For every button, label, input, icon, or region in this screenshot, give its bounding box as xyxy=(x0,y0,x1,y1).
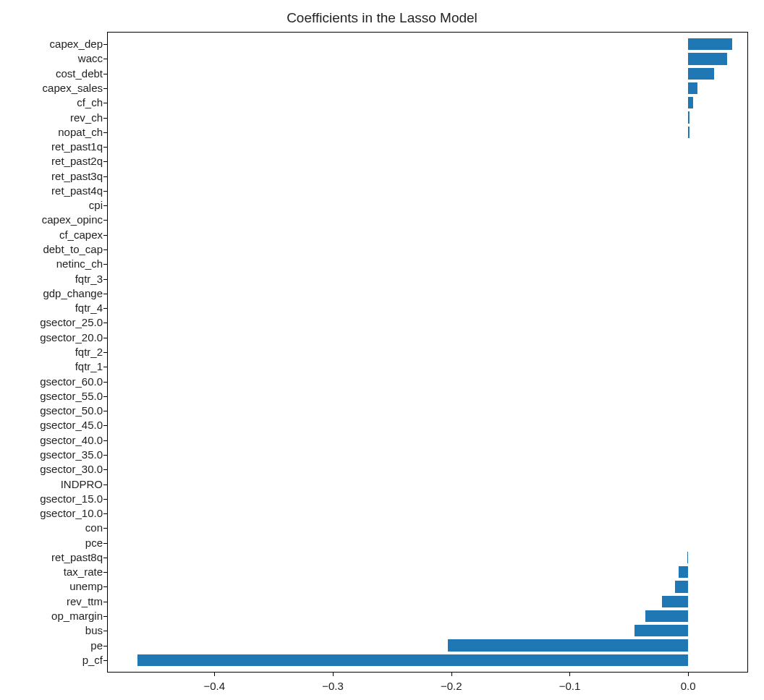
y-tick-label: gsector_45.0 xyxy=(40,419,103,431)
bar xyxy=(662,596,688,607)
y-tick-mark xyxy=(103,147,108,148)
bar-row xyxy=(108,81,747,95)
y-tick-label: cost_debt xyxy=(56,67,103,79)
y-tick-mark xyxy=(103,352,108,353)
bar xyxy=(679,566,688,578)
y-tick-mark xyxy=(103,264,108,265)
y-tick-mark xyxy=(103,382,108,383)
y-tick-mark xyxy=(103,161,108,162)
y-tick-label: gdp_change xyxy=(43,286,103,299)
bar xyxy=(688,97,693,108)
y-tick-label: gsector_40.0 xyxy=(40,433,103,445)
y-tick-mark xyxy=(103,440,108,441)
x-tick-mark xyxy=(214,672,215,676)
y-tick-mark xyxy=(103,220,108,221)
plot-area: −0.4−0.3−0.2−0.10.0 xyxy=(107,32,748,673)
bar-row xyxy=(108,579,747,594)
y-tick-label: netinc_ch xyxy=(56,257,103,270)
y-tick-label: wacc xyxy=(78,52,103,64)
bar-row xyxy=(108,271,747,286)
y-tick-mark xyxy=(103,205,108,206)
bar-row xyxy=(108,198,747,213)
y-tick-label: cf_ch xyxy=(77,96,103,108)
y-tick-label: capex_dep xyxy=(50,38,103,50)
y-tick-mark xyxy=(103,308,108,309)
x-tick-label: −0.4 xyxy=(204,680,226,692)
y-tick-label: gsector_60.0 xyxy=(40,375,103,387)
y-tick-mark xyxy=(103,132,108,133)
y-tick-label: op_margin xyxy=(51,610,103,622)
y-tick-label: nopat_ch xyxy=(58,125,103,137)
bar xyxy=(688,53,727,64)
y-tick-label: gsector_55.0 xyxy=(40,389,103,401)
bar xyxy=(688,68,714,80)
bar xyxy=(634,625,688,636)
y-tick-label: INDPRO xyxy=(61,477,103,490)
y-tick-label: capex_opinc xyxy=(42,213,103,226)
y-tick-mark xyxy=(103,367,108,367)
bar-row xyxy=(108,51,747,66)
y-tick-mark xyxy=(103,543,108,544)
y-tick-mark xyxy=(103,616,108,617)
y-tick-label: cf_capex xyxy=(59,228,103,240)
bar-row xyxy=(108,506,747,521)
y-tick-mark xyxy=(103,513,108,514)
y-tick-label: ret_past3q xyxy=(51,169,103,182)
bar xyxy=(675,581,688,592)
bar xyxy=(688,127,689,138)
y-tick-mark xyxy=(103,558,108,558)
bar-row xyxy=(108,301,747,315)
y-tick-mark xyxy=(103,396,108,397)
chart-title: Coefficients in the Lasso Model xyxy=(0,10,764,26)
y-tick-label: rev_ch xyxy=(70,111,103,123)
bar-row xyxy=(108,565,747,579)
bar-row xyxy=(108,257,747,271)
bar-row xyxy=(108,492,747,506)
bar-row xyxy=(108,184,747,198)
bar-row xyxy=(108,448,747,462)
y-tick-mark xyxy=(103,646,108,646)
bar-row xyxy=(108,535,747,550)
bar-row xyxy=(108,67,747,81)
y-tick-mark xyxy=(103,191,108,192)
y-tick-mark xyxy=(103,103,108,103)
y-tick-mark xyxy=(103,88,108,89)
bars-wrapper xyxy=(108,33,747,672)
y-tick-label: fqtr_1 xyxy=(75,360,103,372)
bar-row xyxy=(108,609,747,623)
bar-row xyxy=(108,638,747,652)
x-tick-mark xyxy=(451,672,452,676)
y-tick-label: unemp xyxy=(69,580,103,592)
y-tick-label: fqtr_2 xyxy=(75,346,103,358)
bar xyxy=(687,552,689,563)
bar-row xyxy=(108,374,747,388)
bar xyxy=(688,82,697,94)
bar-row xyxy=(108,125,747,140)
y-tick-label: gsector_15.0 xyxy=(40,492,103,504)
y-tick-label: fqtr_4 xyxy=(75,302,103,314)
y-tick-mark xyxy=(103,660,108,661)
bar-row xyxy=(108,286,747,301)
bar-row xyxy=(108,462,747,477)
y-tick-label: capex_sales xyxy=(43,81,103,93)
y-tick-mark xyxy=(103,323,108,323)
bar-row xyxy=(108,433,747,448)
y-tick-label: cpi xyxy=(89,199,103,211)
x-tick-label: −0.2 xyxy=(441,680,462,692)
bar-row xyxy=(108,521,747,535)
bar xyxy=(137,654,688,666)
y-tick-label: gsector_25.0 xyxy=(40,316,103,328)
y-tick-mark xyxy=(103,176,108,177)
y-tick-label: ret_past8q xyxy=(51,550,103,563)
bar-row xyxy=(108,154,747,168)
y-tick-mark xyxy=(103,279,108,280)
y-tick-mark xyxy=(103,59,108,59)
y-tick-mark xyxy=(103,469,108,470)
y-tick-label: tax_rate xyxy=(64,565,103,578)
y-tick-label: gsector_30.0 xyxy=(40,463,103,475)
x-tick-label: 0.0 xyxy=(681,680,696,692)
y-tick-mark xyxy=(103,425,108,426)
y-tick-mark xyxy=(103,631,108,631)
y-tick-label: con xyxy=(85,521,103,534)
y-tick-mark xyxy=(103,528,108,529)
